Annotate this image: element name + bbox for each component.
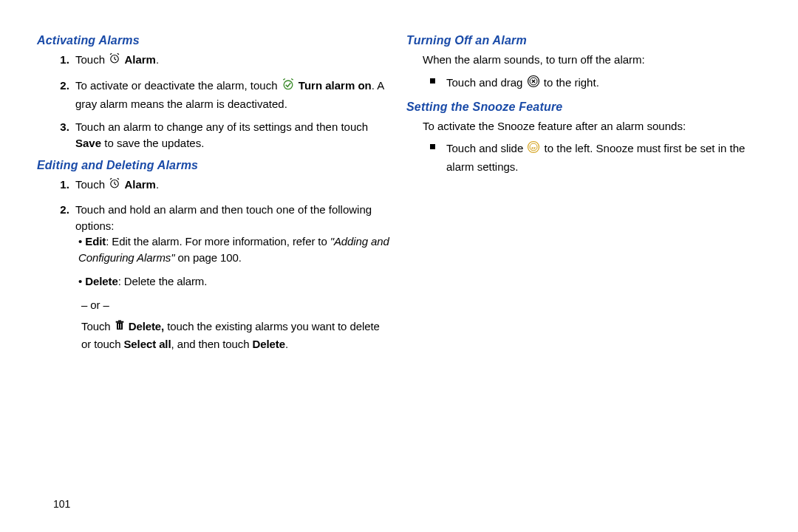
text: to the right. xyxy=(544,76,599,89)
snooze-zz-icon: zz xyxy=(526,140,541,159)
text: . xyxy=(156,53,159,66)
step-item: To activate or deactivate the alarm, tou… xyxy=(72,77,392,112)
intro-text: When the alarm sounds, to turn off the a… xyxy=(423,52,761,68)
text: Touch xyxy=(75,53,108,66)
label: Edit xyxy=(85,235,106,248)
left-column: Activating Alarms Touch Alarm. To activa… xyxy=(37,30,392,517)
text: . xyxy=(285,338,288,350)
heading-snooze: Setting the Snooze Feature xyxy=(406,100,761,114)
page-number: 101 xyxy=(53,498,70,510)
text: : Edit the alarm. For more information, … xyxy=(106,235,330,248)
text: Touch an alarm to change any of its sett… xyxy=(75,120,368,133)
or-divider: – or – xyxy=(81,297,392,313)
step-item: Touch an alarm to change any of its sett… xyxy=(72,119,392,151)
label: Delete, xyxy=(129,320,165,332)
turning-off-list: Touch and drag to the right. xyxy=(406,74,761,93)
svg-rect-6 xyxy=(118,324,119,329)
step-item: Touch Alarm. xyxy=(72,177,392,194)
svg-rect-7 xyxy=(120,324,121,329)
trash-icon xyxy=(114,318,126,336)
svg-rect-4 xyxy=(115,321,123,323)
text: on page 100. xyxy=(174,251,241,264)
text: to save the updates. xyxy=(101,137,204,149)
list-item: Touch and slide zz to the left. Snooze m… xyxy=(430,140,761,175)
step-item: Touch Alarm. xyxy=(72,52,392,69)
step-item: Touch and hold an alarm and then touch o… xyxy=(72,202,392,352)
text: Touch and drag xyxy=(446,76,526,89)
text: . xyxy=(156,178,159,191)
sub-item: – or – Touch Delete, touch the existing … xyxy=(78,297,392,352)
text: To activate or deactivate the alarm, tou… xyxy=(75,79,281,92)
heading-activating-alarms: Activating Alarms xyxy=(37,34,392,47)
label: Delete xyxy=(85,275,117,287)
svg-point-1 xyxy=(284,81,293,89)
label: Turn alarm on xyxy=(299,79,372,92)
alarm-on-icon xyxy=(281,77,296,96)
manual-page: Activating Alarms Touch Alarm. To activa… xyxy=(0,0,798,532)
sub-item: Edit: Edit the alarm. For more informati… xyxy=(78,233,392,266)
snooze-list: Touch and slide zz to the left. Snooze m… xyxy=(406,140,761,175)
list-item: Touch and drag to the right. xyxy=(430,74,761,93)
alt-instruction: Touch Delete, touch the existing alarms … xyxy=(81,318,392,352)
text: , and then touch xyxy=(171,338,253,350)
text: Touch and slide xyxy=(446,142,526,154)
sub-item: Delete: Delete the alarm. xyxy=(78,273,392,290)
right-column: Turning Off an Alarm When the alarm soun… xyxy=(406,30,761,517)
label: Save xyxy=(75,137,101,149)
label: Alarm xyxy=(124,178,156,191)
editing-deleting-steps: Touch Alarm. Touch and hold an alarm and… xyxy=(37,177,392,352)
text: : Delete the alarm. xyxy=(118,275,208,287)
label: Delete xyxy=(253,338,285,350)
intro-text: To activate the Snooze feature after an … xyxy=(423,118,761,134)
alarm-clock-icon xyxy=(108,52,121,69)
text: Touch xyxy=(75,178,108,191)
sub-options: Edit: Edit the alarm. For more informati… xyxy=(75,233,392,352)
svg-text:zz: zz xyxy=(531,146,536,150)
text: Touch and hold an alarm and then touch o… xyxy=(75,203,372,232)
svg-rect-5 xyxy=(118,321,121,321)
label: Alarm xyxy=(124,53,156,66)
svg-rect-3 xyxy=(117,323,123,330)
activating-alarms-steps: Touch Alarm. To activate or deactivate t… xyxy=(37,52,392,151)
dismiss-circle-x-icon xyxy=(526,74,541,93)
alarm-clock-icon xyxy=(108,177,121,194)
heading-turning-off: Turning Off an Alarm xyxy=(406,34,761,47)
heading-editing-deleting: Editing and Deleting Alarms xyxy=(37,159,392,172)
text: Touch xyxy=(81,320,114,332)
label: Select all xyxy=(123,338,171,350)
